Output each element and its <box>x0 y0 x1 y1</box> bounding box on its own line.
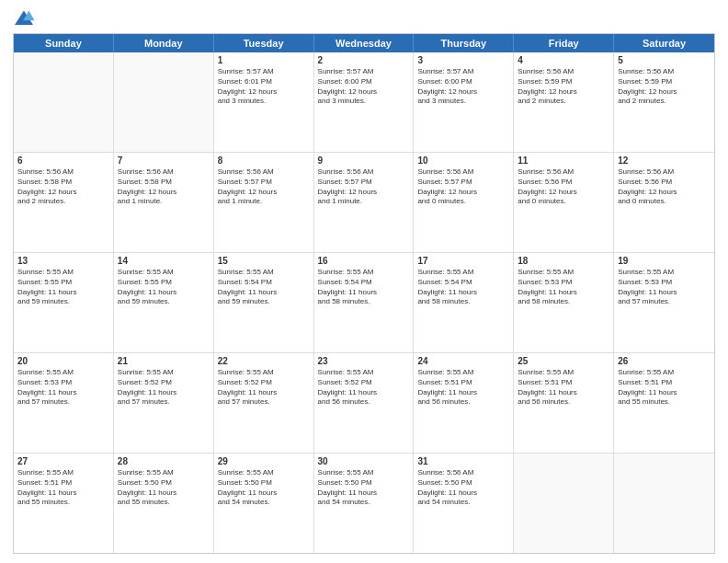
calendar-cell: 15Sunrise: 5:55 AM Sunset: 5:54 PM Dayli… <box>214 253 314 352</box>
cell-info: Sunrise: 5:55 AM Sunset: 5:52 PM Dayligh… <box>318 368 410 408</box>
cell-info: Sunrise: 5:56 AM Sunset: 5:57 PM Dayligh… <box>417 167 509 207</box>
day-number: 12 <box>618 155 711 166</box>
cell-info: Sunrise: 5:55 AM Sunset: 5:51 PM Dayligh… <box>618 368 711 408</box>
calendar-cell: 2Sunrise: 5:57 AM Sunset: 6:00 PM Daylig… <box>314 52 415 152</box>
cell-info: Sunrise: 5:55 AM Sunset: 5:51 PM Dayligh… <box>518 368 609 408</box>
day-number: 2 <box>318 55 410 65</box>
weekday-header-saturday: Saturday <box>614 34 714 52</box>
cell-info: Sunrise: 5:55 AM Sunset: 5:55 PM Dayligh… <box>17 268 109 307</box>
weekday-header-friday: Friday <box>514 34 614 52</box>
weekday-header-monday: Monday <box>114 34 214 52</box>
day-number: 23 <box>318 356 410 366</box>
calendar-cell: 4Sunrise: 5:56 AM Sunset: 5:59 PM Daylig… <box>514 52 614 152</box>
calendar-body: 1Sunrise: 5:57 AM Sunset: 6:01 PM Daylig… <box>14 52 714 553</box>
cell-info: Sunrise: 5:57 AM Sunset: 6:01 PM Dayligh… <box>218 67 310 107</box>
cell-info: Sunrise: 5:55 AM Sunset: 5:52 PM Dayligh… <box>218 368 310 408</box>
day-number: 9 <box>318 155 410 166</box>
day-number: 25 <box>518 356 609 366</box>
calendar-cell: 17Sunrise: 5:55 AM Sunset: 5:54 PM Dayli… <box>414 253 514 352</box>
calendar-cell: 5Sunrise: 5:56 AM Sunset: 5:59 PM Daylig… <box>614 52 714 152</box>
cell-info: Sunrise: 5:55 AM Sunset: 5:52 PM Dayligh… <box>118 368 210 408</box>
calendar-week-4: 20Sunrise: 5:55 AM Sunset: 5:53 PM Dayli… <box>14 353 714 454</box>
day-number: 21 <box>118 356 210 366</box>
day-number: 3 <box>417 55 509 65</box>
calendar-cell: 29Sunrise: 5:55 AM Sunset: 5:50 PM Dayli… <box>214 454 314 553</box>
weekday-header-tuesday: Tuesday <box>214 34 314 52</box>
day-number: 29 <box>218 456 310 466</box>
cell-info: Sunrise: 5:56 AM Sunset: 5:56 PM Dayligh… <box>618 167 711 207</box>
calendar-cell: 20Sunrise: 5:55 AM Sunset: 5:53 PM Dayli… <box>14 353 114 453</box>
cell-info: Sunrise: 5:56 AM Sunset: 5:59 PM Dayligh… <box>518 67 609 107</box>
cell-info: Sunrise: 5:55 AM Sunset: 5:53 PM Dayligh… <box>17 368 109 408</box>
day-number: 5 <box>618 55 711 65</box>
weekday-header-thursday: Thursday <box>414 34 514 52</box>
day-number: 27 <box>17 456 109 466</box>
cell-info: Sunrise: 5:55 AM Sunset: 5:53 PM Dayligh… <box>618 268 711 307</box>
calendar-cell: 21Sunrise: 5:55 AM Sunset: 5:52 PM Dayli… <box>114 353 214 453</box>
page-header <box>13 9 715 28</box>
cell-info: Sunrise: 5:56 AM Sunset: 5:56 PM Dayligh… <box>518 167 609 207</box>
calendar-cell: 14Sunrise: 5:55 AM Sunset: 5:55 PM Dayli… <box>114 253 214 352</box>
calendar-cell: 8Sunrise: 5:56 AM Sunset: 5:57 PM Daylig… <box>214 153 314 252</box>
logo <box>13 9 39 28</box>
calendar-cell: 30Sunrise: 5:55 AM Sunset: 5:50 PM Dayli… <box>314 454 415 553</box>
cell-info: Sunrise: 5:56 AM Sunset: 5:58 PM Dayligh… <box>17 167 109 207</box>
day-number: 1 <box>218 55 310 65</box>
cell-info: Sunrise: 5:56 AM Sunset: 5:57 PM Dayligh… <box>318 167 410 207</box>
calendar-cell: 22Sunrise: 5:55 AM Sunset: 5:52 PM Dayli… <box>214 353 314 453</box>
calendar-header: SundayMondayTuesdayWednesdayThursdayFrid… <box>14 34 714 52</box>
calendar-cell <box>114 52 214 152</box>
calendar-cell: 31Sunrise: 5:56 AM Sunset: 5:50 PM Dayli… <box>414 454 514 553</box>
cell-info: Sunrise: 5:56 AM Sunset: 5:57 PM Dayligh… <box>218 167 310 207</box>
cell-info: Sunrise: 5:56 AM Sunset: 5:58 PM Dayligh… <box>118 167 210 207</box>
cell-info: Sunrise: 5:55 AM Sunset: 5:54 PM Dayligh… <box>417 268 509 307</box>
calendar-cell: 9Sunrise: 5:56 AM Sunset: 5:57 PM Daylig… <box>314 153 415 252</box>
calendar-cell: 16Sunrise: 5:55 AM Sunset: 5:54 PM Dayli… <box>314 253 415 352</box>
day-number: 10 <box>417 155 509 166</box>
day-number: 13 <box>17 256 109 266</box>
calendar-cell: 7Sunrise: 5:56 AM Sunset: 5:58 PM Daylig… <box>114 153 214 252</box>
calendar: SundayMondayTuesdayWednesdayThursdayFrid… <box>13 33 715 554</box>
calendar-cell: 24Sunrise: 5:55 AM Sunset: 5:51 PM Dayli… <box>414 353 514 453</box>
day-number: 18 <box>518 256 609 266</box>
calendar-cell: 26Sunrise: 5:55 AM Sunset: 5:51 PM Dayli… <box>614 353 714 453</box>
day-number: 8 <box>218 155 310 166</box>
calendar-cell: 11Sunrise: 5:56 AM Sunset: 5:56 PM Dayli… <box>514 153 614 252</box>
calendar-cell: 23Sunrise: 5:55 AM Sunset: 5:52 PM Dayli… <box>314 353 415 453</box>
day-number: 11 <box>518 155 609 166</box>
cell-info: Sunrise: 5:57 AM Sunset: 6:00 PM Dayligh… <box>318 67 410 107</box>
cell-info: Sunrise: 5:56 AM Sunset: 5:59 PM Dayligh… <box>618 67 711 107</box>
calendar-cell <box>14 52 114 152</box>
calendar-cell <box>514 454 614 553</box>
cell-info: Sunrise: 5:55 AM Sunset: 5:54 PM Dayligh… <box>218 268 310 307</box>
calendar-week-5: 27Sunrise: 5:55 AM Sunset: 5:51 PM Dayli… <box>14 454 714 553</box>
calendar-cell: 27Sunrise: 5:55 AM Sunset: 5:51 PM Dayli… <box>14 454 114 553</box>
day-number: 19 <box>618 256 711 266</box>
cell-info: Sunrise: 5:55 AM Sunset: 5:53 PM Dayligh… <box>518 268 609 307</box>
calendar-cell: 12Sunrise: 5:56 AM Sunset: 5:56 PM Dayli… <box>614 153 714 252</box>
day-number: 20 <box>17 356 109 366</box>
day-number: 16 <box>318 256 410 266</box>
calendar-cell: 6Sunrise: 5:56 AM Sunset: 5:58 PM Daylig… <box>14 153 114 252</box>
cell-info: Sunrise: 5:55 AM Sunset: 5:51 PM Dayligh… <box>417 368 509 408</box>
calendar-cell: 3Sunrise: 5:57 AM Sunset: 6:00 PM Daylig… <box>414 52 514 152</box>
day-number: 30 <box>318 456 410 466</box>
cell-info: Sunrise: 5:55 AM Sunset: 5:50 PM Dayligh… <box>318 468 410 508</box>
day-number: 4 <box>518 55 609 65</box>
cell-info: Sunrise: 5:55 AM Sunset: 5:54 PM Dayligh… <box>318 268 410 307</box>
calendar-cell: 10Sunrise: 5:56 AM Sunset: 5:57 PM Dayli… <box>414 153 514 252</box>
calendar-week-3: 13Sunrise: 5:55 AM Sunset: 5:55 PM Dayli… <box>14 253 714 353</box>
calendar-week-2: 6Sunrise: 5:56 AM Sunset: 5:58 PM Daylig… <box>14 153 714 253</box>
day-number: 22 <box>218 356 310 366</box>
cell-info: Sunrise: 5:55 AM Sunset: 5:50 PM Dayligh… <box>218 468 310 508</box>
day-number: 24 <box>417 356 509 366</box>
day-number: 15 <box>218 256 310 266</box>
cell-info: Sunrise: 5:55 AM Sunset: 5:55 PM Dayligh… <box>118 268 210 307</box>
calendar-cell: 28Sunrise: 5:55 AM Sunset: 5:50 PM Dayli… <box>114 454 214 553</box>
weekday-header-sunday: Sunday <box>14 34 114 52</box>
cell-info: Sunrise: 5:55 AM Sunset: 5:51 PM Dayligh… <box>17 468 109 508</box>
calendar-cell: 19Sunrise: 5:55 AM Sunset: 5:53 PM Dayli… <box>614 253 714 352</box>
cell-info: Sunrise: 5:56 AM Sunset: 5:50 PM Dayligh… <box>417 468 509 508</box>
calendar-week-1: 1Sunrise: 5:57 AM Sunset: 6:01 PM Daylig… <box>14 52 714 153</box>
calendar-cell: 1Sunrise: 5:57 AM Sunset: 6:01 PM Daylig… <box>214 52 314 152</box>
